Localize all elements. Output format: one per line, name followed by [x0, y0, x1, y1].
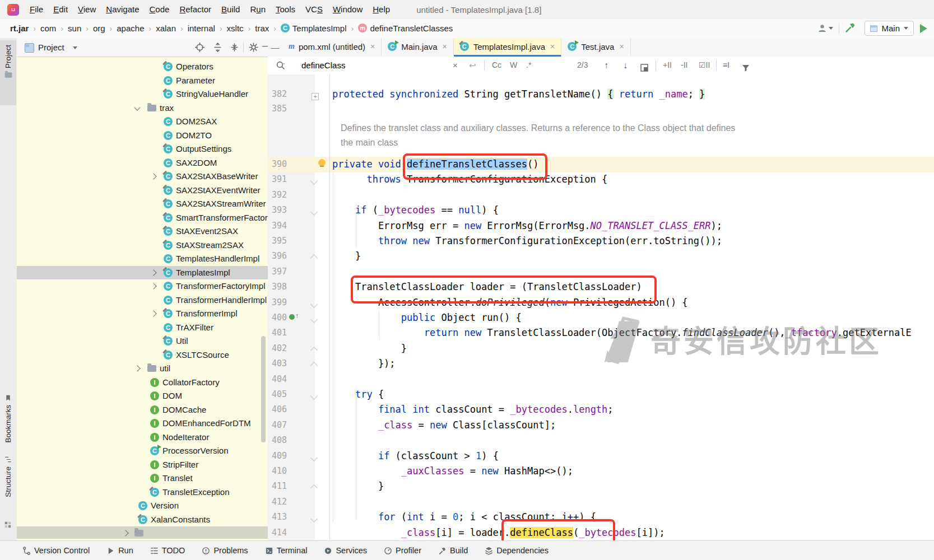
- line-number[interactable]: 412: [268, 494, 287, 510]
- add-occurrence-button[interactable]: +II: [663, 57, 672, 74]
- stripe-structure-button[interactable]: Structure: [0, 451, 16, 512]
- breadcrumb-item-trax[interactable]: trax: [254, 24, 270, 33]
- tree-item-collatorfactory[interactable]: ICollatorFactory: [17, 376, 268, 389]
- breadcrumb-item-xalan[interactable]: xalan: [155, 24, 177, 33]
- tool-button-problems[interactable]: Problems: [202, 546, 248, 555]
- run-button[interactable]: [920, 24, 927, 33]
- line-number[interactable]: 400: [268, 310, 287, 325]
- newline-icon[interactable]: ↩: [469, 57, 476, 74]
- code-line-406[interactable]: final int classCount = _bytecodes.length…: [332, 402, 614, 417]
- tool-button-profiler[interactable]: Profiler: [384, 546, 421, 555]
- tree-item-smarttransformerfactoryimpl[interactable]: CSmartTransformerFactoryImpl: [17, 211, 268, 225]
- line-number[interactable]: 391: [268, 172, 287, 187]
- code-line-403[interactable]: });: [332, 356, 396, 371]
- tab-main-java[interactable]: CMain.java×: [382, 38, 453, 57]
- hide-panel-button[interactable]: —: [262, 41, 268, 51]
- tree-item-domenhancedfordtm[interactable]: IDOMEnhancedForDTM: [17, 417, 268, 430]
- line-number[interactable]: 399: [268, 295, 287, 310]
- tree-item-traxfilter[interactable]: CTrAXFilter: [17, 321, 268, 334]
- tree-item-templateshandlerimpl[interactable]: CTemplatesHandlerImpl: [17, 252, 268, 265]
- menu-item-vcs[interactable]: VCS: [300, 0, 328, 19]
- breadcrumb-item-definetransletclasses[interactable]: m defineTransletClasses: [357, 24, 454, 33]
- code-line-414[interactable]: _class[i] = loader.defineClass(_bytecode…: [332, 525, 665, 540]
- breadcrumb-item-internal[interactable]: internal: [187, 24, 216, 33]
- tool-button-build[interactable]: Build: [438, 546, 468, 555]
- fold-marker-icon[interactable]: [312, 514, 317, 524]
- line-number[interactable]: 397: [268, 264, 287, 279]
- menu-item-edit[interactable]: Edit: [48, 0, 73, 19]
- close-icon[interactable]: ×: [619, 42, 624, 51]
- tree-item-translet[interactable]: ITranslet: [17, 472, 268, 485]
- code-line-409[interactable]: if (classCount > 1) {: [332, 449, 499, 464]
- menu-item-view[interactable]: View: [73, 0, 101, 19]
- tree-item-staxstream2sax[interactable]: CStAXStream2SAX: [17, 239, 268, 252]
- tree-item-stringvaluehandler[interactable]: CStringValueHandler: [17, 87, 268, 101]
- code-line-391[interactable]: throws TransformerConfigurationException…: [332, 172, 607, 187]
- code-line-410[interactable]: _auxClasses = new HashMap<>();: [332, 464, 573, 479]
- tree-item-nodeiterator[interactable]: INodeIterator: [17, 431, 268, 444]
- code-editor[interactable]: 382+protected synchronized String getTra…: [268, 74, 934, 540]
- tree-item-transformerimpl[interactable]: CTransformerImpl: [17, 307, 268, 320]
- tree-item-transletexception[interactable]: CTransletException: [17, 486, 268, 499]
- settings-gear-button[interactable]: [249, 43, 258, 54]
- line-number[interactable]: 396: [268, 249, 287, 264]
- tree-item-domcache[interactable]: IDOMCache: [17, 403, 268, 417]
- run-config-select[interactable]: Main: [865, 21, 914, 36]
- tree-item-version[interactable]: CVersion: [17, 499, 268, 512]
- fold-marker-icon[interactable]: +: [312, 91, 319, 101]
- tree-item-xalanconstants[interactable]: CXalanConstants: [17, 513, 268, 526]
- tool-button-run[interactable]: Run: [106, 546, 133, 555]
- expand-all-button[interactable]: [213, 43, 222, 54]
- next-match-button[interactable]: ↓: [623, 57, 628, 74]
- user-icon[interactable]: [817, 24, 833, 33]
- search-input[interactable]: defineClass: [301, 57, 345, 74]
- remove-occurrence-button[interactable]: -II: [681, 57, 687, 74]
- project-scrollbar[interactable]: [261, 336, 266, 442]
- tree-item-partial[interactable]: [17, 526, 268, 539]
- tool-button-todo[interactable]: TODO: [150, 546, 185, 555]
- menu-item-navigate[interactable]: Navigate: [101, 0, 144, 19]
- code-line-413[interactable]: for (int i = 0; i < classCount; i++) {: [332, 510, 596, 525]
- tree-item-transformerfactoryimpl[interactable]: CTransformerFactoryImpl: [17, 279, 268, 293]
- line-number[interactable]: 405: [268, 387, 287, 402]
- code-line-401[interactable]: return new TransletClassLoader(ObjectFac…: [332, 325, 912, 340]
- tree-item-parameter[interactable]: CParameter: [17, 74, 268, 87]
- breadcrumb-item-org[interactable]: org: [92, 24, 106, 33]
- code-line-393[interactable]: if (_bytecodes == null) {: [332, 203, 499, 218]
- code-line-396[interactable]: }: [332, 249, 361, 264]
- tree-item-dom2to[interactable]: CDOM2TO: [17, 129, 268, 142]
- line-number[interactable]: 414: [268, 525, 287, 540]
- close-icon[interactable]: ×: [442, 42, 447, 51]
- filter-lines-button[interactable]: ≡I: [723, 57, 729, 74]
- tool-button-services[interactable]: Services: [324, 546, 367, 555]
- previous-match-button[interactable]: ↑: [604, 57, 608, 74]
- line-number[interactable]: 390: [268, 157, 287, 172]
- line-number[interactable]: 382: [268, 87, 287, 102]
- implements-marker-icon[interactable]: ↑: [289, 313, 299, 321]
- stripe-project-button[interactable]: Project: [0, 40, 16, 105]
- tool-button-version-control[interactable]: Version Control: [22, 546, 90, 555]
- tree-item-dom[interactable]: IDOM: [17, 389, 268, 403]
- menu-item-help[interactable]: Help: [368, 0, 395, 19]
- close-icon[interactable]: ×: [370, 42, 375, 51]
- breadcrumb-item-apache[interactable]: apache: [115, 24, 145, 33]
- line-number[interactable]: 401: [268, 325, 287, 340]
- line-number[interactable]: 407: [268, 418, 287, 433]
- breadcrumb-item-xsltc[interactable]: xsltc: [226, 24, 245, 33]
- line-number[interactable]: 413: [268, 510, 287, 525]
- line-number[interactable]: 395: [268, 234, 287, 249]
- tree-item-sax2dom[interactable]: CSAX2DOM: [17, 156, 268, 170]
- code-line-382[interactable]: protected synchronized String getTransle…: [332, 87, 705, 102]
- breadcrumb-item-com[interactable]: com: [39, 24, 57, 33]
- line-number[interactable]: 403: [268, 356, 287, 371]
- tree-item-operators[interactable]: COperators: [17, 60, 268, 73]
- line-number[interactable]: 409: [268, 449, 287, 464]
- regex-toggle[interactable]: .*: [526, 57, 531, 74]
- tab-pom-xml-untitled-[interactable]: mpom.xml (untitled)×: [282, 38, 382, 57]
- search-icon[interactable]: [276, 60, 285, 72]
- code-line-402[interactable]: }: [332, 341, 407, 356]
- tree-item-outputsettings[interactable]: COutputSettings: [17, 142, 268, 156]
- tree-item-staxevent2sax[interactable]: CStAXEvent2SAX: [17, 225, 268, 238]
- tree-item-stripfilter[interactable]: IStripFilter: [17, 458, 268, 472]
- tree-item-templatesimpl[interactable]: CTemplatesImpl: [17, 266, 268, 279]
